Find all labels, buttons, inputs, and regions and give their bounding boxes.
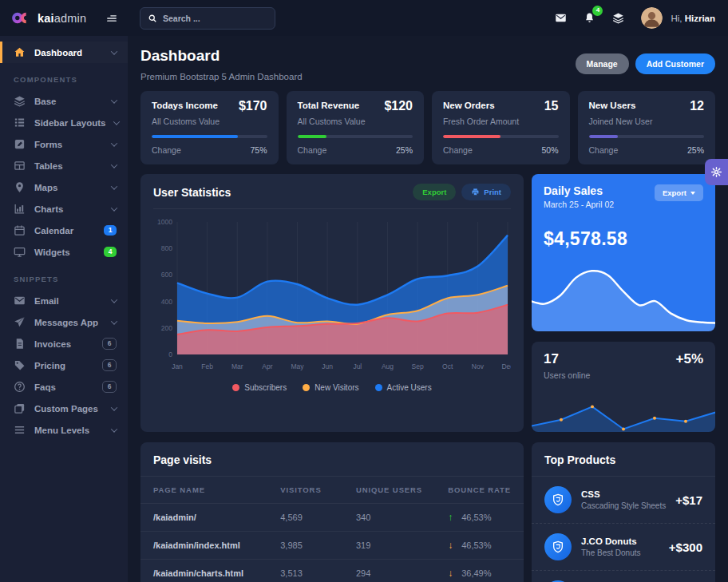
cell-bounce-rate: ↑ 46,53% <box>435 504 524 532</box>
search-box[interactable] <box>140 7 275 30</box>
change-value: 50% <box>541 145 558 155</box>
legend-label: Active Users <box>387 383 432 392</box>
sidebar-item-label: Maps <box>34 183 57 192</box>
list-icon <box>14 117 26 129</box>
sidebar-item-maps[interactable]: Maps <box>0 176 128 198</box>
stat-title: New Orders <box>443 101 495 110</box>
settings-button[interactable] <box>705 159 728 185</box>
product-row-ready-pro[interactable]: Ready Pro+$350 <box>532 571 715 582</box>
daily-sales-export-button[interactable]: Export <box>655 184 703 201</box>
search-input[interactable] <box>163 14 267 23</box>
tag-icon <box>14 359 26 371</box>
printer-icon <box>471 188 480 196</box>
sidebar-item-sidebar-layouts[interactable]: Sidebar Layouts <box>0 112 128 133</box>
svg-text:0: 0 <box>168 350 172 358</box>
stat-subtitle: All Customs Value <box>298 117 413 126</box>
cell-page-name: /kaiadmin/charts.html <box>140 560 267 582</box>
stat-value: $120 <box>384 99 413 113</box>
sidebar-item-widgets[interactable]: Widgets4 <box>0 241 128 263</box>
stat-card-top: New Orders15 <box>443 101 559 113</box>
sidebar-item-tables[interactable]: Tables <box>0 155 128 176</box>
chevron-down-icon <box>111 318 117 324</box>
product-name: CSS <box>581 489 666 499</box>
manage-button[interactable]: Manage <box>576 53 629 74</box>
messages-button[interactable] <box>550 8 571 29</box>
paper-plane-icon <box>14 316 26 328</box>
progress-bar <box>443 135 559 138</box>
sidebar-item-menu-levels[interactable]: Menu Levels <box>0 419 128 441</box>
product-row-css[interactable]: CSSCascading Style Sheets+$17 <box>532 477 715 524</box>
menu-icon <box>14 424 26 436</box>
chevron-down-icon <box>111 426 117 432</box>
table-row[interactable]: /kaiadmin/charts.html3,513294↓ 36,49% <box>140 560 524 582</box>
cell-bounce-rate: ↓ 46,53% <box>435 532 524 560</box>
table-row[interactable]: /kaiadmin/index.html3,985319↓ 46,53% <box>140 532 524 560</box>
sidebar-item-pricing[interactable]: Pricing6 <box>0 354 128 376</box>
daily-sales-chart <box>532 258 715 331</box>
sidebar-badge: 4 <box>104 247 117 258</box>
user-greeting[interactable]: Hi, Hizrian <box>671 14 715 23</box>
sidebar-item-label: Charts <box>34 204 63 214</box>
brand[interactable]: kaiadmin <box>0 11 128 25</box>
sidebar-item-custom-pages[interactable]: Custom Pages <box>0 398 128 419</box>
sidebar-item-base[interactable]: Base <box>0 90 128 112</box>
sidebar-toggle-icon[interactable] <box>105 13 118 24</box>
sidebar-item-forms[interactable]: Forms <box>0 133 128 155</box>
stat-card-todays-income: Todays Income$170All Customs ValueChange… <box>140 91 279 164</box>
product-row-j-co-donuts[interactable]: J.CO DonutsThe Best Donuts+$300 <box>532 524 715 571</box>
sidebar-item-label: Email <box>34 296 59 306</box>
pen-square-icon <box>14 138 26 150</box>
user-statistics-title: User Statistics <box>153 186 231 199</box>
bounce-rate-value: 46,53% <box>459 540 491 550</box>
sidebar-badge: 1 <box>104 225 117 236</box>
cell-unique-users: 294 <box>343 560 435 582</box>
user-statistics-card: User Statistics Export Print 02004006008… <box>140 174 524 432</box>
stat-card-top: Total Revenue$120 <box>298 101 413 113</box>
svg-text:800: 800 <box>161 244 172 252</box>
export-button[interactable]: Export <box>413 184 456 200</box>
svg-text:May: May <box>291 362 305 370</box>
sidebar-section-label: SNIPPETS <box>0 263 128 290</box>
change-value: 75% <box>250 145 267 155</box>
svg-text:Jun: Jun <box>322 362 333 370</box>
add-customer-button[interactable]: Add Customer <box>635 53 715 74</box>
home-icon <box>14 46 26 58</box>
sidebar-item-calendar[interactable]: Calendar1 <box>0 220 128 241</box>
chevron-down-icon <box>111 48 117 54</box>
avatar[interactable] <box>641 7 663 29</box>
stat-value: 12 <box>690 99 704 113</box>
notifications-button[interactable]: 4 <box>579 8 599 29</box>
sidebar-item-invoices[interactable]: Invoices6 <box>0 333 128 354</box>
cell-page-name: /kaiadmin/ <box>140 504 267 532</box>
svg-text:Apr: Apr <box>262 362 272 370</box>
brand-logo-icon <box>11 11 32 25</box>
bounce-rate-value: 36,49% <box>459 568 491 578</box>
chart-bar-icon <box>14 203 26 215</box>
sidebar-item-faqs[interactable]: Faqs6 <box>0 376 128 398</box>
column-header-unique-users: Unique Users <box>343 477 435 504</box>
svg-text:400: 400 <box>161 298 172 306</box>
progress-fill <box>443 135 500 138</box>
change-label: Change <box>443 145 473 155</box>
legend-label: New Visitors <box>315 383 358 392</box>
change-label: Change <box>298 145 327 155</box>
stat-title: New Users <box>589 101 636 110</box>
print-button[interactable]: Print <box>461 184 511 200</box>
quick-actions-button[interactable] <box>607 8 628 29</box>
product-description: Cascading Style Sheets <box>581 501 666 510</box>
sidebar-item-dashboard[interactable]: Dashboard <box>0 42 128 63</box>
question-icon <box>14 381 26 393</box>
stat-card-top: New Users12 <box>589 101 705 113</box>
users-online-chart <box>532 386 715 432</box>
progress-bar <box>152 135 267 138</box>
top-products-card: Top Products CSSCascading Style Sheets+$… <box>532 442 715 582</box>
legend-dot <box>232 384 239 391</box>
sidebar-item-charts[interactable]: Charts <box>0 198 128 220</box>
sidebar-item-label: Base <box>34 97 57 106</box>
users-online-label: Users online <box>544 370 703 380</box>
product-icon <box>544 486 572 513</box>
cell-visitors: 3,985 <box>267 532 343 560</box>
table-row[interactable]: /kaiadmin/4,569340↑ 46,53% <box>140 504 524 532</box>
sidebar-item-messages-app[interactable]: Messages App <box>0 311 128 333</box>
sidebar-item-email[interactable]: Email <box>0 290 128 311</box>
